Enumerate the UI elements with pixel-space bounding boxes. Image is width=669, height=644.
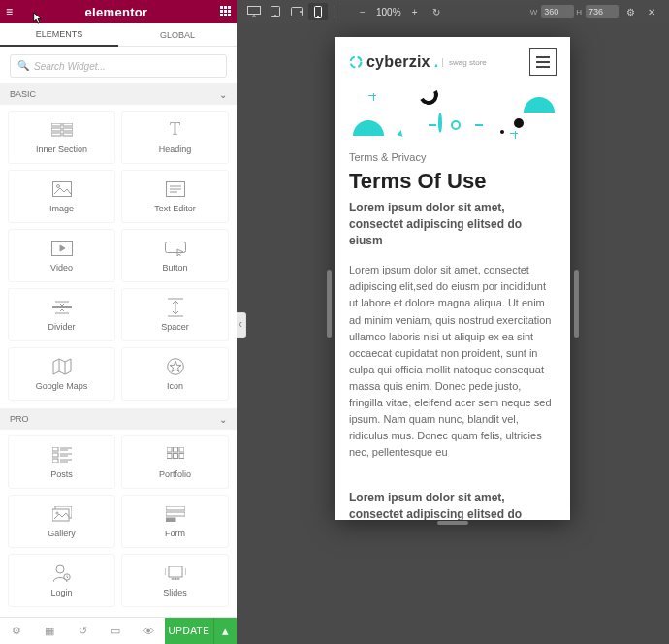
widget-label: Slides <box>163 588 187 597</box>
panel-collapse-handle[interactable] <box>237 312 246 338</box>
elements-panel: ≡ elementor ELEMENTS GLOBAL 🔍 BASIC ⌄ <box>0 0 237 644</box>
svg-rect-2 <box>228 6 231 9</box>
search-icon: 🔍 <box>17 60 29 71</box>
tab-global[interactable]: GLOBAL <box>118 23 237 47</box>
widget-label: Gallery <box>48 529 76 538</box>
widget-portfolio[interactable]: Portfolio <box>121 435 229 489</box>
update-button[interactable]: UPDATE <box>165 618 213 645</box>
portfolio-icon <box>165 446 186 464</box>
viewport-width-input[interactable] <box>541 5 574 18</box>
widget-label: Portfolio <box>159 469 191 479</box>
update-options-button[interactable]: ▴ <box>213 618 237 645</box>
widget-label: Posts <box>50 469 73 479</box>
slides-icon <box>165 564 186 582</box>
zoom-out-icon[interactable]: − <box>353 3 372 20</box>
widget-posts[interactable]: Posts <box>8 435 115 489</box>
widget-label: Button <box>162 263 187 273</box>
device-tablet-icon[interactable] <box>266 3 285 20</box>
svg-point-69 <box>317 16 318 16</box>
tab-elements[interactable]: ELEMENTS <box>0 23 118 47</box>
widget-image[interactable]: Image <box>8 170 115 223</box>
search-input[interactable] <box>10 54 227 78</box>
device-mobile-icon[interactable] <box>308 3 328 20</box>
widget-login[interactable]: Login <box>8 554 115 607</box>
brand-name: cyberzix <box>366 53 430 71</box>
history-icon[interactable]: ↺ <box>66 618 99 645</box>
text-editor-icon <box>165 180 186 198</box>
heading-icon: T <box>165 121 186 139</box>
svg-rect-10 <box>63 123 73 126</box>
device-desktop-icon[interactable] <box>244 3 264 20</box>
zoom-value[interactable]: 100% <box>374 7 403 17</box>
divider-icon <box>51 299 73 316</box>
svg-point-59 <box>175 578 176 580</box>
toolbar-settings-icon[interactable]: ⚙ <box>621 3 640 20</box>
chevron-down-icon: ⌄ <box>219 89 227 100</box>
page-scroll[interactable]: cyberzix. swag store <box>335 37 570 520</box>
device-tablet-landscape-icon[interactable] <box>287 3 306 20</box>
page-menu-button[interactable] <box>529 48 557 76</box>
svg-rect-51 <box>166 512 185 516</box>
svg-rect-5 <box>228 10 231 13</box>
svg-rect-11 <box>51 128 61 131</box>
brand-dot: . <box>434 53 438 71</box>
widget-icon[interactable]: Icon <box>121 347 229 401</box>
widget-google-maps[interactable]: Google Maps <box>8 347 115 401</box>
widget-inner-section[interactable]: Inner Section <box>8 111 115 164</box>
category-pro-label: PRO <box>10 414 29 424</box>
widget-label: Text Editor <box>154 204 196 213</box>
svg-point-67 <box>300 11 301 12</box>
category-basic-label: BASIC <box>10 89 36 99</box>
device-edge-bottom[interactable] <box>437 521 468 525</box>
device-edge-right[interactable] <box>574 270 579 338</box>
zoom-in-icon[interactable]: + <box>405 3 425 20</box>
widget-spacer[interactable]: Spacer <box>121 288 229 341</box>
widget-video[interactable]: Video <box>8 229 115 282</box>
svg-rect-6 <box>220 14 223 16</box>
zoom-reset-icon[interactable]: ↻ <box>427 3 446 20</box>
spacer-icon <box>165 299 186 316</box>
chevron-down-icon: ⌄ <box>219 414 227 425</box>
panel-apps-icon[interactable] <box>220 6 231 18</box>
widget-label: Video <box>50 263 73 273</box>
widget-text-editor[interactable]: Text Editor <box>121 170 229 223</box>
canvas-toolbar: − 100% + ↻ W H ⚙ ✕ <box>237 0 669 23</box>
svg-rect-32 <box>52 447 58 451</box>
toolbar-close-icon[interactable]: ✕ <box>642 3 661 20</box>
widget-button[interactable]: Button <box>121 229 229 282</box>
widget-label: Login <box>50 588 72 597</box>
widget-heading[interactable]: T Heading <box>121 111 229 164</box>
device-edge-left[interactable] <box>327 270 332 338</box>
svg-rect-22 <box>165 242 185 252</box>
svg-rect-13 <box>51 133 61 136</box>
svg-rect-50 <box>166 506 185 510</box>
viewport-height-input[interactable] <box>586 5 619 18</box>
svg-rect-41 <box>167 447 172 452</box>
navigator-icon[interactable]: ▦ <box>33 618 66 645</box>
svg-rect-7 <box>224 14 227 16</box>
star-icon <box>165 358 186 375</box>
widget-divider[interactable]: Divider <box>8 288 115 341</box>
svg-rect-14 <box>63 133 73 136</box>
widgets-scroll[interactable]: Inner Section T Heading Image Text E <box>0 105 237 617</box>
panel-header: ≡ elementor <box>0 0 237 23</box>
posts-icon <box>51 446 73 464</box>
svg-rect-55 <box>169 566 182 577</box>
panel-menu-icon[interactable]: ≡ <box>6 6 13 17</box>
page-lead-2: Lorem ipsum dolor sit amet, consectet ad… <box>349 490 557 520</box>
svg-rect-38 <box>52 459 58 463</box>
preview-icon[interactable]: 👁 <box>132 618 165 645</box>
responsive-icon[interactable]: ▭ <box>99 618 132 645</box>
settings-icon[interactable]: ⚙ <box>0 618 33 645</box>
category-pro-header[interactable]: PRO ⌄ <box>0 408 237 430</box>
canvas-area: − 100% + ↻ W H ⚙ ✕ <box>237 0 669 644</box>
svg-rect-0 <box>220 6 223 9</box>
widget-gallery[interactable]: Gallery <box>8 495 115 548</box>
brand: cyberzix. swag store <box>349 53 487 71</box>
svg-rect-45 <box>173 453 177 458</box>
widget-label: Google Maps <box>36 381 88 391</box>
widget-slides[interactable]: Slides <box>121 554 229 607</box>
page-lead: Lorem ipsum dolor sit amet, consectet ad… <box>349 200 557 248</box>
widget-form[interactable]: Form <box>121 495 229 548</box>
category-basic-header[interactable]: BASIC ⌄ <box>0 83 237 105</box>
